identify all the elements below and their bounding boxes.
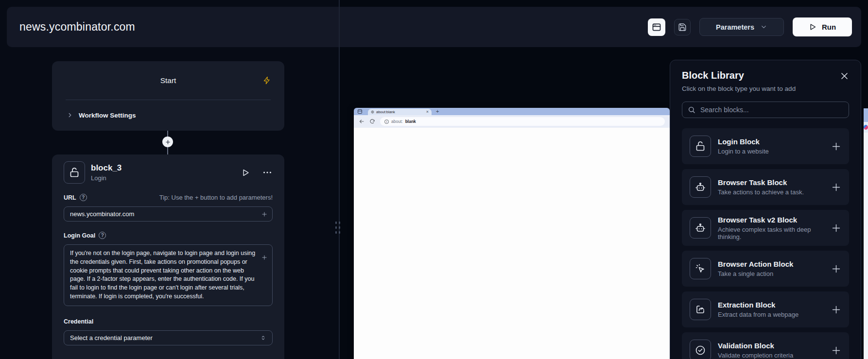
check-circle-icon: [690, 340, 711, 359]
search-blocks-input[interactable]: [682, 102, 849, 118]
workflow-editor: news.ycombinator.com Parameters: [0, 0, 868, 359]
block-actions: [241, 167, 273, 178]
library-item-description: Login to a website: [718, 148, 769, 155]
credential-select[interactable]: Select a credential parameter: [64, 330, 273, 345]
save-icon: [678, 23, 687, 32]
parameters-button-label: Parameters: [716, 23, 754, 31]
add-block-button[interactable]: [831, 305, 841, 315]
add-block-button[interactable]: [831, 264, 841, 274]
globe-icon: [371, 110, 374, 114]
url-input-wrap: [64, 206, 273, 222]
browser-tab: about:blank ×: [368, 109, 432, 115]
add-block-button[interactable]: [831, 182, 841, 192]
block-library-panel: Block Library Click on the block type yo…: [670, 60, 861, 359]
add-block-connector-button[interactable]: [162, 137, 173, 147]
workflow-settings-label: Workflow Settings: [79, 112, 136, 119]
zap-icon: [263, 76, 271, 85]
parameters-tip: Tip: Use the + button to add parameters!: [159, 194, 273, 201]
block-library-list: Login Block Login to a website Browser T…: [682, 128, 849, 359]
help-icon[interactable]: ?: [80, 194, 87, 201]
favicon-fragment: [864, 122, 868, 133]
lock-open-icon: [690, 136, 711, 157]
browser-page-blank: [354, 128, 670, 359]
browser-tabstrip: about:blank × +: [354, 108, 670, 115]
library-item-description: Take a single action: [718, 270, 793, 277]
lock-open-icon: [64, 161, 85, 184]
search-icon: [688, 106, 695, 114]
start-node-header: Start: [52, 61, 284, 100]
add-block-button[interactable]: [831, 141, 841, 152]
workflow-settings-toggle[interactable]: Workflow Settings: [52, 100, 284, 130]
chevron-down-icon: [760, 23, 767, 31]
credential-label: Credential: [64, 318, 93, 325]
address-url-prefix: about:: [391, 119, 403, 124]
browser-toolbar: i about: blank: [354, 115, 670, 128]
chevron-right-icon: [67, 112, 73, 119]
url-field-row: URL ? Tip: Use the + button to add param…: [64, 194, 273, 201]
close-panel-button[interactable]: [840, 70, 849, 81]
cursor-click-icon: [690, 258, 711, 279]
block-name: block_3: [91, 163, 122, 173]
topbar-actions: Parameters Run: [648, 17, 852, 36]
address-bar: i about: blank: [380, 117, 665, 126]
run-button[interactable]: Run: [793, 17, 852, 36]
run-button-label: Run: [822, 23, 836, 31]
library-item-description: Extract data from a webpage: [718, 311, 799, 318]
save-button[interactable]: [674, 19, 691, 35]
credential-select-value: Select a credential parameter: [70, 334, 153, 342]
library-item-extraction-block[interactable]: Extraction Block Extract data from a web…: [682, 291, 849, 327]
browser-view-button[interactable]: [648, 18, 665, 36]
library-item-browser-action-block[interactable]: Browser Action Block Take a single actio…: [682, 251, 849, 287]
window-icon: [358, 109, 362, 114]
library-item-login-block[interactable]: Login Block Login to a website: [682, 128, 849, 164]
add-parameter-button[interactable]: [261, 211, 268, 218]
url-label: URL: [64, 194, 76, 201]
library-item-description: Achieve complex tasks with deep thinking…: [718, 226, 831, 240]
library-item-description: Take actions to achieve a task.: [718, 188, 804, 196]
start-node[interactable]: Start Workflow Settings: [52, 61, 284, 131]
app-window-icon: [652, 22, 661, 32]
pane-resize-handle[interactable]: [335, 222, 340, 234]
login-block-node[interactable]: block_3 Login URL ? Tip: Use the + butto…: [52, 154, 284, 359]
credential-field-row: Credential: [64, 318, 273, 325]
library-item-title: Extraction Block: [718, 301, 799, 309]
login-goal-textarea[interactable]: If you're not on the login page, navigat…: [64, 244, 273, 306]
url-input[interactable]: [64, 206, 273, 222]
add-block-button[interactable]: [831, 345, 841, 356]
extract-icon: [690, 299, 711, 320]
workflow-title: news.ycombinator.com: [19, 20, 135, 34]
library-item-description: Validate completion criteria: [718, 352, 793, 359]
tab-title: about:blank: [376, 110, 424, 114]
library-item-title: Validation Block: [718, 342, 793, 350]
start-node-title: Start: [160, 76, 176, 85]
secondary-browser-preview-sliver: [864, 108, 868, 359]
block-menu-button[interactable]: [262, 167, 273, 178]
add-block-button[interactable]: [831, 223, 841, 233]
new-tab-icon: +: [436, 109, 439, 114]
library-item-title: Browser Action Block: [718, 260, 793, 268]
goal-input-wrap: If you're not on the login page, navigat…: [64, 244, 273, 308]
add-parameter-button[interactable]: [261, 254, 268, 261]
close-tab-icon: ×: [426, 110, 429, 114]
url-label-group: URL ?: [64, 194, 87, 201]
library-item-title: Login Block: [718, 137, 769, 146]
library-item-browser-task-block[interactable]: Browser Task Block Take actions to achie…: [682, 169, 849, 205]
parameters-button[interactable]: Parameters: [699, 18, 784, 36]
library-item-title: Browser Task v2 Block: [718, 216, 831, 224]
goal-label-group: Login Goal ?: [64, 232, 106, 239]
address-url-host: blank: [405, 119, 416, 124]
back-icon: [359, 119, 365, 124]
library-item-validation-block[interactable]: Validation Block Validate completion cri…: [682, 332, 849, 359]
topbar: news.ycombinator.com Parameters: [7, 7, 861, 47]
block-library-header: Block Library: [682, 70, 849, 81]
block-type-label: Login: [91, 174, 122, 182]
library-item-browser-task-v2-block[interactable]: Browser Task v2 Block Achieve complex ta…: [682, 210, 849, 246]
robot-icon: [690, 217, 711, 239]
block-library-subtitle: Click on the block type you want to add: [682, 85, 849, 92]
credential-label-group: Credential: [64, 318, 93, 325]
run-block-button[interactable]: [241, 168, 250, 177]
help-icon[interactable]: ?: [99, 232, 106, 239]
chevrons-up-down-icon: [260, 335, 266, 341]
browser-preview[interactable]: about:blank × + i about: blank: [354, 108, 670, 359]
library-item-title: Browser Task Block: [718, 178, 804, 187]
